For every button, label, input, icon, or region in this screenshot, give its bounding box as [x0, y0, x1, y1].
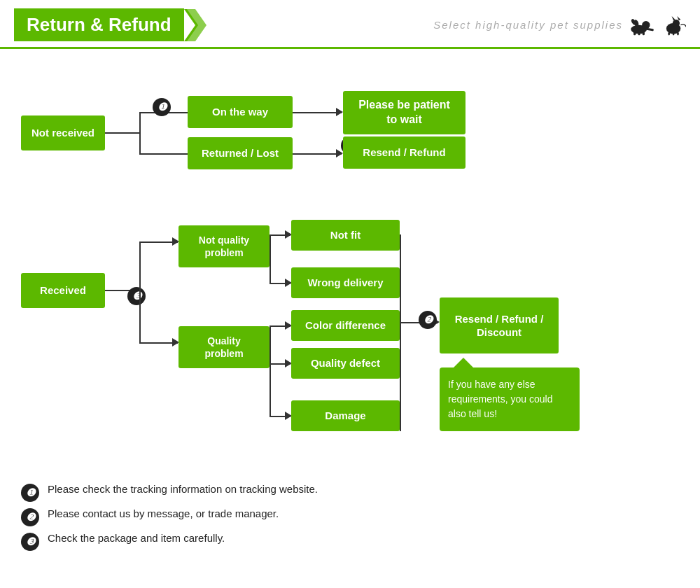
- wrong-delivery-box: Wrong delivery: [291, 267, 400, 298]
- svg-rect-15: [673, 31, 675, 34]
- not-fit-box: Not fit: [291, 220, 400, 251]
- legend-section: ❶ Please check the tracking information …: [0, 476, 700, 564]
- zigzag-decoration: [184, 9, 206, 41]
- extra-requirements-box: If you have any else requirements, you c…: [440, 368, 580, 431]
- header-tagline: Select high-quality pet supplies: [433, 15, 686, 36]
- quality-defect-box: Quality defect: [291, 348, 400, 379]
- damage-box: Damage: [291, 400, 400, 431]
- quality-problem-box: Quality problem: [178, 326, 270, 368]
- svg-rect-6: [643, 31, 645, 34]
- vline-quality-subs: [270, 326, 271, 416]
- legend-item-1: ❶ Please check the tracking information …: [21, 483, 679, 502]
- line-ontheway-result: [293, 112, 342, 113]
- result-patient-box: Please be patient to wait: [343, 91, 465, 134]
- line-nr-to-branch: [105, 132, 140, 134]
- svg-point-11: [673, 20, 680, 27]
- legend-badge-3: ❸: [21, 533, 39, 551]
- line-returned-result: [293, 153, 342, 155]
- vline-notquality-subs: [270, 234, 271, 284]
- page-title: Return & Refund: [27, 14, 172, 36]
- resend-refund-discount-box: Resend / Refund / Discount: [440, 298, 559, 354]
- svg-rect-5: [638, 31, 640, 34]
- svg-marker-12: [672, 15, 676, 20]
- not-received-box: Not received: [21, 115, 105, 150]
- arrow-ontheway-result: [336, 108, 343, 116]
- badge-1-top: ❶: [153, 98, 171, 116]
- result-resend-top-box: Resend / Refund: [343, 136, 465, 169]
- vline-subs-right: [400, 234, 401, 431]
- legend-badge-2: ❷: [21, 508, 39, 526]
- svg-point-3: [642, 20, 650, 28]
- tagline-text: Select high-quality pet supplies: [433, 19, 623, 31]
- vline-top-branch: [139, 112, 141, 154]
- legend-badge-1: ❶: [21, 484, 39, 502]
- title-box: Return & Refund: [14, 8, 184, 41]
- dog-icon: [630, 15, 657, 36]
- diagram-area: Not received ❶ On the way Returned / Los…: [0, 49, 700, 476]
- arrow-returned-result: [336, 149, 343, 158]
- svg-rect-4: [634, 31, 636, 34]
- returned-lost-box: Returned / Lost: [188, 137, 293, 169]
- line-to-returned: [139, 153, 188, 155]
- not-quality-box: Not quality problem: [178, 225, 270, 267]
- legend-item-2: ❷ Please contact us by message, or trade…: [21, 507, 679, 526]
- badge-2-bottom: ❷: [419, 311, 437, 329]
- svg-rect-16: [677, 31, 679, 34]
- cat-icon: [664, 15, 686, 36]
- on-the-way-box: On the way: [188, 96, 293, 128]
- svg-rect-9: [645, 27, 654, 31]
- legend-item-3: ❸ Check the package and item carefully.: [21, 532, 679, 551]
- svg-marker-13: [677, 15, 680, 20]
- svg-rect-14: [668, 31, 670, 34]
- received-box: Received: [21, 273, 105, 308]
- vline-received-branch: [139, 241, 141, 343]
- page-header: Return & Refund Select high-quality pet …: [0, 0, 700, 49]
- badge-3: ❸: [127, 287, 146, 305]
- color-difference-box: Color difference: [291, 310, 400, 341]
